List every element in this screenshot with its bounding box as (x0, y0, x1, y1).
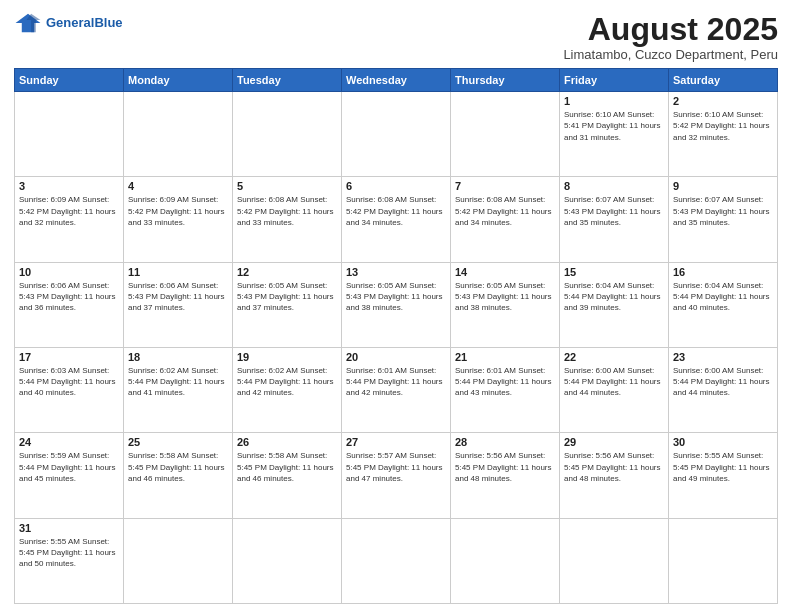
day-info: Sunrise: 6:05 AM Sunset: 5:43 PM Dayligh… (237, 280, 337, 314)
logo: GeneralBlue (14, 12, 123, 34)
day-info: Sunrise: 6:09 AM Sunset: 5:42 PM Dayligh… (19, 194, 119, 228)
table-row: 6Sunrise: 6:08 AM Sunset: 5:42 PM Daylig… (342, 177, 451, 262)
day-number: 8 (564, 180, 664, 192)
day-number: 7 (455, 180, 555, 192)
day-number: 6 (346, 180, 446, 192)
table-row (342, 92, 451, 177)
day-info: Sunrise: 6:10 AM Sunset: 5:41 PM Dayligh… (564, 109, 664, 143)
table-row: 23Sunrise: 6:00 AM Sunset: 5:44 PM Dayli… (669, 348, 778, 433)
day-number: 12 (237, 266, 337, 278)
table-row: 14Sunrise: 6:05 AM Sunset: 5:43 PM Dayli… (451, 262, 560, 347)
table-row: 9Sunrise: 6:07 AM Sunset: 5:43 PM Daylig… (669, 177, 778, 262)
day-info: Sunrise: 5:56 AM Sunset: 5:45 PM Dayligh… (564, 450, 664, 484)
logo-icon (14, 12, 42, 34)
table-row: 29Sunrise: 5:56 AM Sunset: 5:45 PM Dayli… (560, 433, 669, 518)
day-info: Sunrise: 6:06 AM Sunset: 5:43 PM Dayligh… (19, 280, 119, 314)
table-row: 1Sunrise: 6:10 AM Sunset: 5:41 PM Daylig… (560, 92, 669, 177)
day-info: Sunrise: 6:00 AM Sunset: 5:44 PM Dayligh… (673, 365, 773, 399)
day-info: Sunrise: 5:57 AM Sunset: 5:45 PM Dayligh… (346, 450, 446, 484)
day-number: 23 (673, 351, 773, 363)
table-row: 28Sunrise: 5:56 AM Sunset: 5:45 PM Dayli… (451, 433, 560, 518)
day-info: Sunrise: 6:09 AM Sunset: 5:42 PM Dayligh… (128, 194, 228, 228)
day-number: 17 (19, 351, 119, 363)
table-row: 2Sunrise: 6:10 AM Sunset: 5:42 PM Daylig… (669, 92, 778, 177)
page: GeneralBlue August 2025 Limatambo, Cuzco… (0, 0, 792, 612)
header-sunday: Sunday (15, 69, 124, 92)
day-number: 14 (455, 266, 555, 278)
day-number: 25 (128, 436, 228, 448)
day-number: 26 (237, 436, 337, 448)
day-number: 21 (455, 351, 555, 363)
day-number: 2 (673, 95, 773, 107)
table-row: 3Sunrise: 6:09 AM Sunset: 5:42 PM Daylig… (15, 177, 124, 262)
table-row (451, 518, 560, 603)
table-row: 30Sunrise: 5:55 AM Sunset: 5:45 PM Dayli… (669, 433, 778, 518)
day-number: 15 (564, 266, 664, 278)
day-info: Sunrise: 5:58 AM Sunset: 5:45 PM Dayligh… (128, 450, 228, 484)
header-saturday: Saturday (669, 69, 778, 92)
day-number: 1 (564, 95, 664, 107)
calendar-table: Sunday Monday Tuesday Wednesday Thursday… (14, 68, 778, 604)
table-row: 7Sunrise: 6:08 AM Sunset: 5:42 PM Daylig… (451, 177, 560, 262)
day-number: 22 (564, 351, 664, 363)
table-row (560, 518, 669, 603)
table-row: 20Sunrise: 6:01 AM Sunset: 5:44 PM Dayli… (342, 348, 451, 433)
table-row (342, 518, 451, 603)
day-number: 20 (346, 351, 446, 363)
day-number: 16 (673, 266, 773, 278)
table-row: 17Sunrise: 6:03 AM Sunset: 5:44 PM Dayli… (15, 348, 124, 433)
day-info: Sunrise: 6:08 AM Sunset: 5:42 PM Dayligh… (455, 194, 555, 228)
day-number: 3 (19, 180, 119, 192)
logo-general: General (46, 15, 94, 30)
table-row: 16Sunrise: 6:04 AM Sunset: 5:44 PM Dayli… (669, 262, 778, 347)
day-number: 24 (19, 436, 119, 448)
day-number: 9 (673, 180, 773, 192)
header-friday: Friday (560, 69, 669, 92)
day-info: Sunrise: 6:08 AM Sunset: 5:42 PM Dayligh… (237, 194, 337, 228)
table-row: 13Sunrise: 6:05 AM Sunset: 5:43 PM Dayli… (342, 262, 451, 347)
table-row: 11Sunrise: 6:06 AM Sunset: 5:43 PM Dayli… (124, 262, 233, 347)
header-thursday: Thursday (451, 69, 560, 92)
day-info: Sunrise: 6:04 AM Sunset: 5:44 PM Dayligh… (564, 280, 664, 314)
table-row: 4Sunrise: 6:09 AM Sunset: 5:42 PM Daylig… (124, 177, 233, 262)
table-row: 19Sunrise: 6:02 AM Sunset: 5:44 PM Dayli… (233, 348, 342, 433)
day-info: Sunrise: 6:10 AM Sunset: 5:42 PM Dayligh… (673, 109, 773, 143)
day-info: Sunrise: 6:07 AM Sunset: 5:43 PM Dayligh… (564, 194, 664, 228)
day-number: 18 (128, 351, 228, 363)
table-row (124, 518, 233, 603)
table-row (451, 92, 560, 177)
day-info: Sunrise: 6:08 AM Sunset: 5:42 PM Dayligh… (346, 194, 446, 228)
table-row (124, 92, 233, 177)
table-row: 21Sunrise: 6:01 AM Sunset: 5:44 PM Dayli… (451, 348, 560, 433)
header-tuesday: Tuesday (233, 69, 342, 92)
day-info: Sunrise: 6:03 AM Sunset: 5:44 PM Dayligh… (19, 365, 119, 399)
table-row (15, 92, 124, 177)
header: GeneralBlue August 2025 Limatambo, Cuzco… (14, 12, 778, 62)
day-info: Sunrise: 5:59 AM Sunset: 5:44 PM Dayligh… (19, 450, 119, 484)
table-row: 25Sunrise: 5:58 AM Sunset: 5:45 PM Dayli… (124, 433, 233, 518)
logo-blue: Blue (94, 15, 122, 30)
table-row: 12Sunrise: 6:05 AM Sunset: 5:43 PM Dayli… (233, 262, 342, 347)
day-number: 19 (237, 351, 337, 363)
day-info: Sunrise: 6:01 AM Sunset: 5:44 PM Dayligh… (455, 365, 555, 399)
table-row: 8Sunrise: 6:07 AM Sunset: 5:43 PM Daylig… (560, 177, 669, 262)
day-info: Sunrise: 6:02 AM Sunset: 5:44 PM Dayligh… (128, 365, 228, 399)
weekday-header-row: Sunday Monday Tuesday Wednesday Thursday… (15, 69, 778, 92)
day-info: Sunrise: 5:55 AM Sunset: 5:45 PM Dayligh… (673, 450, 773, 484)
svg-marker-0 (16, 14, 41, 33)
day-info: Sunrise: 6:00 AM Sunset: 5:44 PM Dayligh… (564, 365, 664, 399)
day-number: 11 (128, 266, 228, 278)
day-info: Sunrise: 6:01 AM Sunset: 5:44 PM Dayligh… (346, 365, 446, 399)
table-row (233, 92, 342, 177)
header-monday: Monday (124, 69, 233, 92)
day-number: 5 (237, 180, 337, 192)
table-row: 10Sunrise: 6:06 AM Sunset: 5:43 PM Dayli… (15, 262, 124, 347)
day-info: Sunrise: 6:07 AM Sunset: 5:43 PM Dayligh… (673, 194, 773, 228)
table-row: 15Sunrise: 6:04 AM Sunset: 5:44 PM Dayli… (560, 262, 669, 347)
calendar-subtitle: Limatambo, Cuzco Department, Peru (563, 47, 778, 62)
table-row (233, 518, 342, 603)
table-row: 5Sunrise: 6:08 AM Sunset: 5:42 PM Daylig… (233, 177, 342, 262)
logo-text: GeneralBlue (46, 15, 123, 31)
title-block: August 2025 Limatambo, Cuzco Department,… (563, 12, 778, 62)
day-number: 28 (455, 436, 555, 448)
